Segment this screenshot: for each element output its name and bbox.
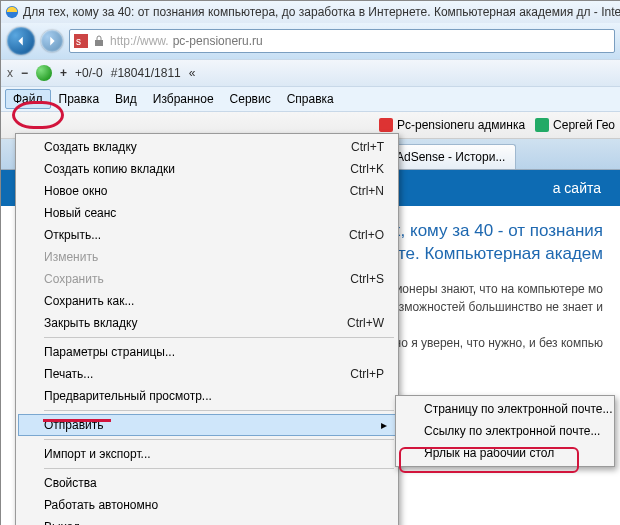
- menu-shortcut: Ctrl+P: [350, 367, 384, 381]
- menu-help[interactable]: Справка: [279, 89, 342, 109]
- close-toolbar-icon[interactable]: x: [7, 66, 13, 80]
- menu-shortcut: Ctrl+W: [347, 316, 384, 330]
- menu-item-label: Создать вкладку: [44, 140, 137, 154]
- zoom-dropdown-icon[interactable]: «: [189, 66, 196, 80]
- submenu-item[interactable]: Ссылку по электронной почте...: [398, 420, 612, 442]
- address-bar[interactable]: s http://www.pc-pensioneru.ru: [69, 29, 615, 53]
- menu-item[interactable]: Отправить▸: [18, 414, 396, 436]
- menu-item-label: Отправить: [44, 418, 104, 432]
- menu-favorites[interactable]: Избранное: [145, 89, 222, 109]
- menu-item-label: Сохранить как...: [44, 294, 134, 308]
- svg-rect-3: [95, 40, 103, 46]
- globe-icon: [36, 65, 52, 81]
- bookmark-favicon-icon: [379, 118, 393, 132]
- menu-item[interactable]: Создать копию вкладкиCtrl+K: [18, 158, 396, 180]
- menu-separator: [44, 337, 394, 338]
- submenu-item-label: Страницу по электронной почте...: [424, 402, 612, 416]
- send-submenu: Страницу по электронной почте...Ссылку п…: [395, 395, 615, 467]
- lock-icon: [92, 34, 106, 48]
- zoom-out-button[interactable]: −: [21, 66, 28, 80]
- menu-item: СохранитьCtrl+S: [18, 268, 396, 290]
- site-favicon-icon: s: [74, 34, 88, 48]
- submenu-item-label: Ссылку по электронной почте...: [424, 424, 600, 438]
- menu-separator: [44, 468, 394, 469]
- menu-separator: [44, 410, 394, 411]
- menu-item-label: Свойства: [44, 476, 97, 490]
- menu-item-label: Изменить: [44, 250, 98, 264]
- menu-item-label: Сохранить: [44, 272, 104, 286]
- menu-item[interactable]: Печать...Ctrl+P: [18, 363, 396, 385]
- menu-shortcut: Ctrl+N: [350, 184, 384, 198]
- counter-text: #18041/1811: [111, 66, 181, 80]
- bookmark-item[interactable]: Сергей Гео: [535, 118, 615, 132]
- menu-item-label: Новое окно: [44, 184, 108, 198]
- nav-bar: s http://www.pc-pensioneru.ru: [1, 23, 620, 59]
- menu-item[interactable]: Новое окноCtrl+N: [18, 180, 396, 202]
- bookmark-label: Сергей Гео: [553, 118, 615, 132]
- address-url: pc-pensioneru.ru: [173, 34, 263, 48]
- menu-separator: [44, 439, 394, 440]
- browser-window: Для тех, кому за 40: от познания компьют…: [0, 0, 620, 525]
- ie-icon: [5, 5, 19, 19]
- menu-item[interactable]: Сохранить как...: [18, 290, 396, 312]
- menu-item[interactable]: Создать вкладкуCtrl+T: [18, 136, 396, 158]
- browser-tab[interactable]: AdSense - Истори...: [385, 144, 516, 169]
- submenu-item[interactable]: Страницу по электронной почте...: [398, 398, 612, 420]
- menu-item-label: Работать автономно: [44, 498, 158, 512]
- bookmark-item[interactable]: Pc-pensioneru админка: [379, 118, 525, 132]
- menu-item-label: Открыть...: [44, 228, 101, 242]
- bookmark-label: Pc-pensioneru админка: [397, 118, 525, 132]
- zoom-text: +0/-0: [75, 66, 103, 80]
- back-button[interactable]: [7, 27, 35, 55]
- menu-item[interactable]: Работать автономно: [18, 494, 396, 516]
- menu-view[interactable]: Вид: [107, 89, 145, 109]
- menu-item-label: Параметры страницы...: [44, 345, 175, 359]
- zoom-in-button[interactable]: +: [60, 66, 67, 80]
- menu-item[interactable]: Закрыть вкладкуCtrl+W: [18, 312, 396, 334]
- menu-shortcut: Ctrl+T: [351, 140, 384, 154]
- menu-file[interactable]: Файл: [5, 89, 51, 109]
- menu-bar: Файл Правка Вид Избранное Сервис Справка: [1, 87, 620, 112]
- menu-item-label: Импорт и экспорт...: [44, 447, 151, 461]
- menu-item[interactable]: Новый сеанс: [18, 202, 396, 224]
- svg-text:s: s: [76, 36, 81, 47]
- menu-item[interactable]: Параметры страницы...: [18, 341, 396, 363]
- zoom-bar: x − + +0/-0 #18041/1811 «: [1, 59, 620, 87]
- menu-item[interactable]: Открыть...Ctrl+O: [18, 224, 396, 246]
- file-menu-dropdown: Создать вкладкуCtrl+TСоздать копию вклад…: [15, 133, 399, 525]
- menu-tools[interactable]: Сервис: [222, 89, 279, 109]
- menu-item-label: Создать копию вкладки: [44, 162, 175, 176]
- menu-item: Изменить: [18, 246, 396, 268]
- menu-item-label: Выход: [44, 520, 80, 525]
- site-header-text: а сайта: [553, 180, 601, 196]
- forward-button[interactable]: [41, 30, 63, 52]
- menu-item[interactable]: Импорт и экспорт...: [18, 443, 396, 465]
- menu-item-label: Закрыть вкладку: [44, 316, 137, 330]
- menu-shortcut: Ctrl+S: [350, 272, 384, 286]
- menu-shortcut: Ctrl+K: [350, 162, 384, 176]
- tab-label: AdSense - Истори...: [396, 150, 505, 164]
- submenu-item[interactable]: Ярлык на рабочий стол: [398, 442, 612, 464]
- menu-item-label: Новый сеанс: [44, 206, 116, 220]
- bookmark-favicon-icon: [535, 118, 549, 132]
- menu-edit[interactable]: Правка: [51, 89, 108, 109]
- menu-item[interactable]: Выход: [18, 516, 396, 525]
- address-prefix: http://www.: [110, 34, 169, 48]
- window-title: Для тех, кому за 40: от познания компьют…: [23, 5, 620, 19]
- menu-shortcut: Ctrl+O: [349, 228, 384, 242]
- submenu-item-label: Ярлык на рабочий стол: [424, 446, 554, 460]
- menu-item-label: Печать...: [44, 367, 93, 381]
- menu-item[interactable]: Предварительный просмотр...: [18, 385, 396, 407]
- title-bar: Для тех, кому за 40: от познания компьют…: [1, 1, 620, 23]
- menu-item[interactable]: Свойства: [18, 472, 396, 494]
- submenu-arrow-icon: ▸: [381, 418, 387, 432]
- menu-item-label: Предварительный просмотр...: [44, 389, 212, 403]
